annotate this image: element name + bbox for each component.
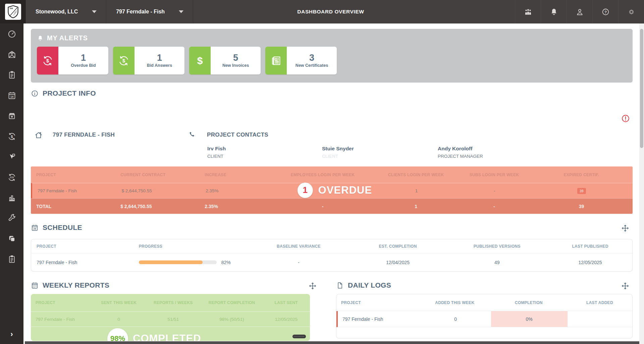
company-selector[interactable]: Stonewood, LLC	[26, 0, 106, 23]
completed-pct-badge: 98%	[107, 328, 128, 341]
sidebar-expand-button[interactable]: ›	[5, 329, 18, 340]
weekly-reports-header: WEEKLY REPORTS	[31, 281, 109, 289]
phone-icon	[189, 131, 196, 140]
col-header: LAST SENT	[263, 300, 310, 305]
alert-count: 1	[157, 53, 162, 62]
col-header: CURRENT CONTRACT	[115, 173, 199, 177]
horizontal-scrollbar-thumb[interactable]	[292, 335, 306, 338]
schedule-header: 28 SCHEDULE	[31, 224, 82, 232]
account-icon[interactable]	[567, 0, 592, 23]
cell-project: 797 Ferndale - Fish	[31, 260, 133, 265]
svg-text:CO: CO	[10, 176, 14, 179]
contact-card[interactable]: Irv Fish CLIENT	[207, 146, 226, 159]
col-header: BASELINE VARIANCE	[248, 244, 350, 249]
bottom-scroll-band	[25, 341, 639, 344]
cell-project: 797 Ferndale - Fish	[338, 311, 420, 327]
dollar-icon: $	[189, 47, 211, 75]
col-header: EXPIRED CERTIF.	[530, 173, 633, 177]
sidebar-item-forms-checklist-icon[interactable]	[4, 253, 19, 265]
expand-arrow: ›	[10, 330, 13, 339]
schedule-row[interactable]: 797 Ferndale - Fish 82% - 12/04/2025 49 …	[31, 253, 632, 271]
top-bar: SW Stonewood, LLC 797 Ferndale - Fish DA…	[0, 0, 644, 23]
app-logo[interactable]: SW	[0, 0, 26, 23]
my-alerts-panel: MY ALERTS $ 1 Overdue Bid	[31, 29, 633, 83]
cell-completion: 0%	[491, 311, 568, 327]
col-header: REPORT COMPLETION	[201, 300, 263, 305]
cell-sent-this-week: 0	[92, 317, 145, 322]
col-header: PROJECT	[336, 294, 419, 311]
svg-text:$: $	[11, 134, 13, 138]
sidebar-item-change-orders-co-icon[interactable]: CO	[4, 171, 19, 183]
alert-card-overdue-bid[interactable]: $ 1 Overdue Bid	[37, 47, 108, 75]
col-header: PUBLISHED VERSIONS	[446, 244, 548, 249]
weekly-reports-row[interactable]: 797 Ferndale - Fish 0 51/51 98% (50/51) …	[31, 311, 310, 327]
total-expired-certif: 39	[530, 204, 633, 209]
sidebar-item-tasks-checklist-icon[interactable]	[4, 69, 19, 81]
daily-logs-header-row: PROJECT ADDED THIS WEEK COMPLETION LAST …	[336, 294, 632, 311]
scrollbar-thumb[interactable]	[640, 29, 643, 148]
contact-card[interactable]: Stuie Snyder CLIENT	[322, 146, 354, 159]
schedule-table-header: PROJECT PROGRESS BASELINE VARIANCE EST. …	[31, 239, 632, 253]
alert-card-bid-answers[interactable]: $ 1 Bid Answers	[113, 47, 184, 75]
alert-card-new-certificates[interactable]: 3 New Certificates	[265, 47, 337, 75]
total-increase: 2.35%	[199, 204, 271, 209]
topbar-actions: ?	[515, 0, 644, 23]
project-contacts-title: PROJECT CONTACTS	[207, 132, 268, 138]
overdue-count-badge: 1	[298, 183, 313, 198]
progress-bar-fill	[139, 260, 203, 264]
table-total-row: TOTAL $ 2,644,750.55 2.35% - 1 - 39	[31, 198, 633, 214]
weekly-calendar-icon	[31, 282, 39, 289]
project-alert-icon[interactable]	[621, 114, 630, 123]
col-header: INCREASE	[199, 173, 271, 177]
col-header: PROJECT	[31, 244, 133, 249]
project-info-name: 797 FERNDALE - FISH	[53, 132, 115, 138]
col-header: REPORTS / WEEKS	[145, 300, 201, 305]
daily-logs-row[interactable]: 797 Ferndale - Fish 0 0%	[336, 311, 632, 327]
alert-card-body: 3 New Certificates	[287, 47, 337, 75]
cell-last-added	[568, 311, 632, 327]
project-selector[interactable]: 797 Ferndale - Fish	[106, 0, 193, 23]
sidebar-item-projects-archive-icon[interactable]	[4, 110, 19, 121]
shield-logo-icon: SW	[6, 5, 20, 18]
contact-name: Stuie Snyder	[322, 146, 354, 152]
cell-project: 797 Ferndale - Fish	[32, 188, 116, 193]
progress-label: 82%	[221, 260, 231, 265]
sidebar-item-financials-dollar-cycle-icon[interactable]: $	[4, 131, 19, 142]
weekly-reports-move-handle[interactable]	[309, 282, 317, 291]
sidebar-item-schedule-calendar-icon[interactable]: 14	[4, 90, 19, 101]
schedule-move-handle[interactable]	[621, 224, 630, 233]
sidebar-item-selections-click-icon[interactable]	[4, 151, 19, 162]
expired-certif-badge: 39	[577, 188, 586, 194]
alert-card-new-invoices[interactable]: $ 5 New Invoices	[189, 47, 261, 75]
project-overview-table: PROJECT CURRENT CONTRACT INCREASE EMPLOY…	[31, 166, 633, 214]
overview-table-header: PROJECT CURRENT CONTRACT INCREASE EMPLOY…	[31, 166, 633, 183]
help-icon[interactable]: ?	[592, 0, 618, 23]
sidebar-item-tools-wrench-icon[interactable]	[4, 212, 19, 224]
sidebar-item-leads-mail-icon[interactable]	[4, 49, 19, 60]
settings-gear-icon[interactable]	[618, 0, 644, 23]
col-header: PROJECT	[31, 300, 92, 305]
sidebar-item-dashboard-gauge-icon[interactable]	[4, 28, 19, 40]
team-icon[interactable]	[515, 0, 541, 23]
total-label: TOTAL	[31, 204, 115, 209]
cell-last-published: 12/05/2025	[548, 260, 632, 265]
cell-clients-login: 1	[374, 188, 459, 193]
alert-count: 5	[233, 53, 238, 62]
cell-est-completion: 12/04/2025	[350, 260, 446, 265]
cell-expired-certif: 39	[531, 188, 633, 194]
col-header: CLIENTS LOGIN PER WEEK	[374, 173, 458, 177]
project-info-title: PROJECT INFO	[43, 89, 96, 97]
daily-logs-move-handle[interactable]	[621, 282, 630, 291]
cell-increase: 2.35%	[200, 188, 272, 193]
sidebar-item-reports-bar-chart-icon[interactable]	[4, 192, 19, 203]
vertical-scrollbar[interactable]	[639, 23, 644, 344]
project-info-header: PROJECT INFO	[31, 89, 96, 97]
contact-card[interactable]: Andy Koroloff PROJECT MANAGER	[438, 146, 483, 159]
sidebar-item-templates-copy-icon[interactable]	[4, 233, 19, 244]
col-header: ADDED THIS WEEK	[419, 294, 490, 311]
col-header: LAST PUBLISHED	[548, 244, 632, 249]
company-selector-label: Stonewood, LLC	[36, 9, 78, 15]
daily-logs-title: DAILY LOGS	[348, 281, 391, 289]
cell-baseline-variance: -	[248, 260, 350, 265]
notifications-bell-icon[interactable]	[541, 0, 567, 23]
